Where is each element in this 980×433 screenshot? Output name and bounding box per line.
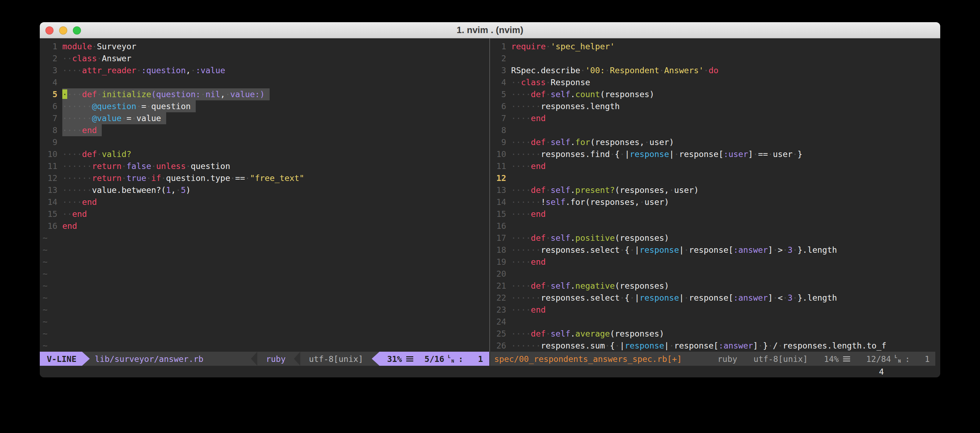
code-line[interactable]: 20 [492, 268, 940, 280]
code-line[interactable]: 8 [492, 124, 940, 136]
code-line[interactable]: 10······responses.find·{·|response|·resp… [492, 148, 940, 160]
code-segment: ······ [511, 101, 541, 111]
code-text: ····def·self.average(responses) [511, 328, 664, 340]
code-text: end [62, 220, 77, 232]
line-number: 10 [492, 148, 506, 160]
code-line[interactable]: 4 [43, 76, 489, 88]
terminal-window: 1. nvim . (nvim) 1module·Surveyor2··clas… [40, 22, 940, 377]
code-line[interactable]: 1require·'spec_helper' [492, 40, 940, 53]
close-icon[interactable] [45, 26, 54, 35]
statusline-margin [935, 352, 940, 366]
code-line[interactable]: 12······return·true·if·question.type·==·… [43, 172, 489, 184]
code-line[interactable]: 16 [492, 220, 940, 232]
code-segment: · [121, 173, 126, 183]
code-line[interactable]: 11····end [492, 160, 940, 172]
code-segment: .for(responses, [565, 197, 639, 207]
code-segment: value [136, 113, 161, 123]
code-segment: ···· [511, 113, 531, 123]
code-line[interactable]: 16end [43, 220, 489, 232]
line-number: 8 [492, 124, 506, 136]
code-segment: ! [541, 197, 546, 207]
code-line[interactable]: 3····attr_reader·:question,·:value [43, 64, 489, 76]
code-line[interactable]: 7······@value·=·value [43, 112, 489, 124]
code-text: ······responses.select·{·|response|·resp… [511, 244, 837, 256]
code-line[interactable]: 13······value.between?(1,·5) [43, 184, 489, 196]
code-segment: }.length [798, 245, 837, 255]
code-line[interactable]: 6······responses.length [492, 100, 940, 112]
selected-code-text: ····def·initialize(question:·nil,·value:… [62, 88, 270, 100]
code-line[interactable]: 19····end [492, 256, 940, 268]
code-line[interactable]: 22······responses.select·{·|response|·re… [492, 292, 940, 304]
code-segment: value:) [230, 89, 265, 99]
code-line[interactable]: 15····end [492, 208, 940, 220]
code-segment: · [546, 329, 550, 338]
code-line[interactable]: 3RSpec.describe·'00:·Respondent·Answers'… [492, 64, 940, 76]
code-line[interactable]: 21····def·self.negative(responses) [492, 280, 940, 292]
line-number-icon: LN [894, 353, 901, 364]
code-segment: · [225, 89, 230, 99]
code-text: ······responses.sum·{·|response|·respons… [511, 340, 886, 352]
code-segment: ···· [511, 185, 531, 195]
code-segment: for [575, 137, 590, 147]
code-segment: ···· [511, 233, 531, 242]
code-line[interactable]: 18······responses.select·{·|response|·re… [492, 244, 940, 256]
left-position-segment: 31% 5/16 LN : 1 [379, 352, 489, 366]
empty-buffer-line: ~ [43, 256, 489, 268]
code-segment: count [575, 89, 600, 99]
code-line[interactable]: 11······return·false·unless·question [43, 160, 489, 172]
code-segment: · [793, 149, 798, 159]
empty-buffer-line: ~ [43, 244, 489, 256]
code-segment: , [171, 185, 176, 195]
code-line[interactable]: 9 [43, 136, 489, 148]
code-text: ··end [62, 208, 87, 220]
code-line[interactable]: 4··class·Response [492, 76, 940, 88]
code-line[interactable]: 13····def·self.present?(responses,·user) [492, 184, 940, 196]
code-line[interactable]: 7····end [492, 112, 940, 124]
code-segment: attr_reader [82, 65, 136, 75]
code-text: ··class·Response [511, 76, 590, 88]
code-line[interactable]: 24 [492, 316, 940, 328]
empty-buffer-line: ~ [43, 304, 489, 316]
line-number: 9 [43, 136, 57, 148]
code-line[interactable]: 2 [492, 53, 940, 64]
code-line[interactable]: 17····def·self.positive(responses) [492, 232, 940, 244]
traffic-lights [45, 26, 81, 35]
code-segment: ······ [511, 293, 541, 302]
code-line[interactable]: 25····def·self.average(responses) [492, 328, 940, 340]
code-line[interactable]: 2··class·Answer [43, 53, 489, 64]
code-segment: · [620, 293, 625, 302]
code-segment: · [684, 293, 689, 302]
right-pane-buffer[interactable]: 1require·'spec_helper'23RSpec.describe·'… [490, 38, 940, 352]
code-line[interactable]: 6······@question·=·question [43, 100, 489, 112]
fullscreen-icon[interactable] [73, 26, 81, 35]
code-line[interactable]: 15··end [43, 208, 489, 220]
code-segment: · [669, 185, 674, 195]
code-text: ······value.between?(1,·5) [62, 184, 191, 196]
code-segment: · [230, 173, 235, 183]
left-pane-buffer[interactable]: 1module·Surveyor2··class·Answer3····attr… [40, 38, 489, 352]
code-segment: response[ [689, 293, 733, 302]
code-segment: · [630, 245, 635, 255]
code-line[interactable]: 26······responses.sum·{·|response|·respo… [492, 340, 940, 352]
powerline-arrow-icon [372, 352, 379, 366]
minimize-icon[interactable] [59, 26, 67, 35]
code-text: RSpec.describe·'00:·Respondent·Answers'·… [511, 64, 719, 76]
code-segment: ······ [62, 161, 92, 171]
code-line[interactable]: 14····end [43, 196, 489, 208]
code-line[interactable]: 12 [492, 172, 940, 184]
code-line[interactable]: 14······!self.for(responses,·user) [492, 196, 940, 208]
code-segment: user) [649, 137, 674, 147]
code-segment: · [546, 78, 550, 87]
code-line[interactable]: 23····end [492, 304, 940, 316]
code-line[interactable]: 5····def·initialize(question:·nil,·value… [43, 88, 489, 100]
code-segment: · [768, 341, 773, 350]
code-segment: ···· [511, 257, 531, 266]
code-line[interactable]: 8····end [43, 124, 489, 136]
window-titlebar[interactable]: 1. nvim . (nvim) [40, 22, 940, 38]
code-line[interactable]: 10····def·valid? [43, 148, 489, 160]
left-file-path: lib/surveyor/answer.rb [90, 354, 204, 364]
code-line[interactable]: 5····def·self.count(responses) [492, 88, 940, 100]
code-segment: :answer [719, 341, 753, 350]
code-line[interactable]: 1module·Surveyor [43, 40, 489, 53]
code-line[interactable]: 9····def·self.for(responses,·user) [492, 136, 940, 148]
